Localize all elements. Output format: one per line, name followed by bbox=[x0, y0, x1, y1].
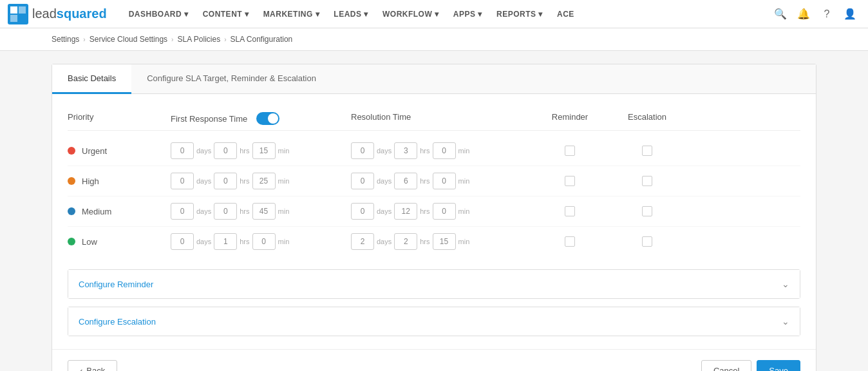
low-frt: days hrs min bbox=[171, 233, 351, 250]
priority-high: High bbox=[68, 176, 171, 186]
breadcrumb-settings[interactable]: Settings bbox=[52, 35, 79, 44]
high-label: High bbox=[82, 176, 99, 186]
urgent-rt-days[interactable] bbox=[351, 142, 374, 159]
urgent-frt: days hrs min bbox=[171, 142, 351, 159]
cancel-button[interactable]: Cancel bbox=[701, 360, 751, 371]
urgent-reminder-checkbox[interactable] bbox=[565, 146, 575, 156]
low-frt-days[interactable] bbox=[171, 233, 194, 250]
nav-leads[interactable]: LEADS ▾ bbox=[327, 0, 375, 28]
high-frt-min[interactable] bbox=[252, 173, 276, 189]
low-frt-min[interactable] bbox=[252, 233, 276, 250]
breadcrumb-current: SLA Configuration bbox=[231, 35, 293, 44]
urgent-rt-hrs[interactable] bbox=[394, 142, 417, 159]
hrs-label-2r: hrs bbox=[420, 177, 429, 185]
medium-frt: days hrs min bbox=[171, 203, 351, 220]
high-rt-days[interactable] bbox=[351, 173, 374, 189]
high-escalation-checkbox[interactable] bbox=[642, 176, 652, 186]
urgent-frt-days[interactable] bbox=[171, 142, 194, 159]
tab-container: Basic Details Configure SLA Target, Remi… bbox=[52, 64, 816, 371]
priority-urgent: Urgent bbox=[68, 146, 171, 156]
low-rt-days[interactable] bbox=[351, 233, 374, 250]
search-icon[interactable]: 🔍 bbox=[770, 4, 791, 24]
tabs: Basic Details Configure SLA Target, Remi… bbox=[52, 64, 816, 94]
table-row: Medium days hrs min days hrs min bbox=[68, 196, 800, 227]
min-label-2: min bbox=[278, 177, 290, 185]
nav-dashboard[interactable]: DASHBOARD ▾ bbox=[122, 0, 195, 28]
header-priority: Priority bbox=[68, 112, 171, 125]
medium-escalation-checkbox[interactable] bbox=[642, 206, 652, 216]
medium-rt-days[interactable] bbox=[351, 203, 374, 220]
min-label-1: min bbox=[278, 147, 290, 155]
header-frt: First Response Time bbox=[171, 112, 351, 125]
hrs-label-1: hrs bbox=[240, 147, 249, 155]
high-frt-hrs[interactable] bbox=[214, 173, 237, 189]
medium-frt-days[interactable] bbox=[171, 203, 194, 220]
min-label-4: min bbox=[278, 238, 290, 245]
urgent-reminder-cell bbox=[531, 146, 609, 156]
accordions: Configure Reminder ⌄ Configure Escalatio… bbox=[52, 269, 816, 349]
priority-low: Low bbox=[68, 237, 171, 247]
low-dot bbox=[68, 238, 75, 245]
nav-ace[interactable]: ACE bbox=[551, 0, 581, 28]
medium-rt-hrs[interactable] bbox=[394, 203, 417, 220]
low-rt-hrs[interactable] bbox=[394, 233, 417, 250]
nav-content[interactable]: CONTENT ▾ bbox=[196, 0, 256, 28]
medium-label: Medium bbox=[82, 207, 111, 216]
high-rt-hrs[interactable] bbox=[394, 173, 417, 189]
back-label: Back bbox=[86, 366, 105, 371]
low-reminder-checkbox[interactable] bbox=[565, 236, 575, 247]
urgent-rt: days hrs min bbox=[351, 142, 531, 159]
low-escalation-cell bbox=[609, 236, 686, 247]
medium-frt-hrs[interactable] bbox=[214, 203, 237, 220]
high-frt-days[interactable] bbox=[171, 173, 194, 189]
user-icon[interactable]: 👤 bbox=[840, 4, 860, 24]
low-reminder-cell bbox=[531, 236, 609, 247]
urgent-dot bbox=[68, 147, 75, 155]
breadcrumb-sep-3: › bbox=[224, 36, 226, 43]
medium-rt: days hrs min bbox=[351, 203, 531, 220]
back-arrow-icon: ‹ bbox=[80, 366, 82, 371]
nav-workflow[interactable]: WORKFLOW ▾ bbox=[376, 0, 446, 28]
breadcrumb-sla-policies[interactable]: SLA Policies bbox=[177, 35, 220, 44]
days-label-3r: days bbox=[377, 207, 392, 215]
logo[interactable]: leadsquared bbox=[8, 4, 107, 24]
low-frt-hrs[interactable] bbox=[214, 233, 237, 250]
back-button[interactable]: ‹ Back bbox=[68, 360, 117, 371]
nav-apps[interactable]: APPS ▾ bbox=[447, 0, 489, 28]
low-rt-min[interactable] bbox=[433, 233, 456, 250]
nav-reports[interactable]: REPORTS ▾ bbox=[490, 0, 549, 28]
urgent-rt-min[interactable] bbox=[433, 142, 456, 159]
hrs-label-1r: hrs bbox=[420, 147, 429, 155]
urgent-frt-hrs[interactable] bbox=[214, 142, 237, 159]
save-button[interactable]: Save bbox=[757, 360, 800, 371]
nav-marketing[interactable]: MARKETING ▾ bbox=[257, 0, 326, 28]
priority-medium: Medium bbox=[68, 207, 171, 216]
urgent-frt-min[interactable] bbox=[252, 142, 276, 159]
high-rt-min[interactable] bbox=[433, 173, 456, 189]
low-escalation-checkbox[interactable] bbox=[642, 236, 652, 247]
frt-toggle[interactable] bbox=[256, 112, 279, 125]
high-reminder-checkbox[interactable] bbox=[565, 176, 575, 186]
breadcrumb-service-cloud[interactable]: Service Cloud Settings bbox=[90, 35, 167, 44]
tab-basic-details[interactable]: Basic Details bbox=[52, 64, 131, 94]
configure-reminder-header[interactable]: Configure Reminder ⌄ bbox=[68, 270, 800, 298]
configure-reminder-label: Configure Reminder bbox=[79, 280, 153, 289]
urgent-escalation-cell bbox=[609, 146, 686, 156]
low-rt: days hrs min bbox=[351, 233, 531, 250]
configure-escalation-header[interactable]: Configure Escalation ⌄ bbox=[68, 307, 800, 336]
days-label-4: days bbox=[196, 238, 211, 245]
table-row: Low days hrs min days hrs min bbox=[68, 227, 800, 256]
medium-frt-min[interactable] bbox=[252, 203, 276, 220]
min-label-4r: min bbox=[458, 238, 470, 245]
configure-escalation-accordion: Configure Escalation ⌄ bbox=[68, 307, 800, 336]
tab-configure-sla[interactable]: Configure SLA Target, Reminder & Escalat… bbox=[131, 64, 332, 94]
bell-icon[interactable]: 🔔 bbox=[793, 4, 814, 24]
hrs-label-3: hrs bbox=[240, 207, 249, 215]
urgent-escalation-checkbox[interactable] bbox=[642, 146, 652, 156]
header-rt: Resolution Time bbox=[351, 112, 531, 125]
help-icon[interactable]: ? bbox=[816, 4, 837, 24]
medium-reminder-checkbox[interactable] bbox=[565, 206, 575, 216]
medium-rt-min[interactable] bbox=[433, 203, 456, 220]
table-header: Priority First Response Time Resolution … bbox=[68, 107, 800, 131]
medium-dot bbox=[68, 207, 75, 215]
